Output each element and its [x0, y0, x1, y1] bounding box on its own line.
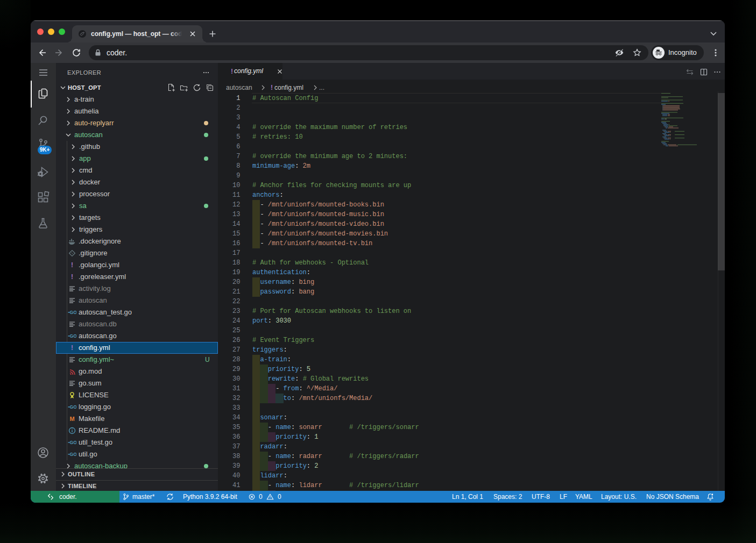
svg-text:GO: GO: [70, 452, 76, 457]
svg-text:GO: GO: [70, 310, 76, 315]
svg-text:GO: GO: [70, 404, 76, 410]
svg-text:GO: GO: [70, 440, 76, 445]
svg-text:GO: GO: [70, 333, 76, 339]
